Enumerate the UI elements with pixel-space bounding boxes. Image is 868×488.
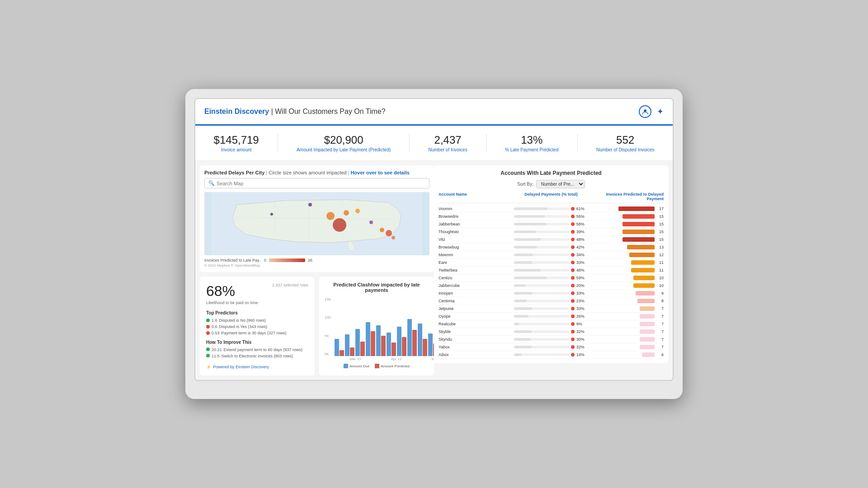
invoice-bar-cell: 11	[590, 268, 664, 272]
bar-pair-6	[387, 333, 396, 356]
map-hover-link[interactable]: Hover over to see details	[351, 170, 410, 175]
table-row: Innojam 33% 9	[439, 290, 664, 297]
invoice-bar	[629, 253, 655, 257]
percent-text: 14%	[576, 352, 588, 357]
percent-dot	[571, 345, 575, 349]
map-search-input[interactable]	[217, 181, 425, 186]
laptop-frame: Einstein Discovery | Will Our Customers …	[185, 89, 683, 399]
invoice-count: 7	[656, 314, 664, 319]
accounts-table-body: Voomm 61% 17 Browsedriv 56% 15 Jabberbea…	[439, 205, 664, 359]
percent-dot	[571, 253, 575, 257]
left-column: Predicted Delays Per City | Circle size …	[200, 165, 434, 375]
add-panel-icon[interactable]: ✦	[657, 107, 664, 117]
map-dot-5	[355, 209, 360, 213]
predictors-title: Top Predictors	[206, 310, 308, 315]
percent-cell: 33%	[514, 306, 588, 311]
legend-box-red	[375, 364, 379, 368]
selected-rows-label: 2,437 selected rows	[272, 283, 308, 287]
map-card-title: Predicted Delays Per City | Circle size …	[204, 170, 429, 175]
screen: Einstein Discovery | Will Our Customers …	[194, 98, 674, 381]
percent-bar-fill	[514, 230, 535, 233]
invoice-bar	[640, 306, 655, 311]
x-labels: Mar 15 Apr 12 May 10	[335, 357, 434, 361]
percent-bar-bg	[514, 307, 569, 310]
invoice-count: 8	[656, 299, 664, 303]
invoice-count: 7	[656, 329, 664, 334]
brand-name: Einstein Discovery	[204, 108, 269, 115]
bar-red-2	[350, 347, 354, 356]
improve-row-2: 11.5 Switch to Electronic invoices (803 …	[206, 354, 308, 358]
predictor-value-3: 0.53	[212, 331, 220, 335]
percent-dot	[571, 314, 575, 318]
improve-row-1: 20.21 Extend payment term to 60 days (93…	[206, 347, 308, 352]
invoice-bar	[640, 329, 655, 334]
legend-label: Invoices Predicted to Late Pay..	[204, 258, 261, 263]
account-name-cell: Eare	[439, 260, 512, 265]
invoice-bar	[642, 352, 655, 357]
percent-dot	[571, 322, 575, 326]
kpi-late-payment-value: $20,900	[297, 134, 391, 146]
sort-select[interactable]: Number of Pre...	[536, 180, 585, 188]
invoice-bar-cell: 7	[590, 345, 664, 349]
bar-red-5	[381, 336, 386, 356]
percent-bar-fill	[514, 277, 547, 279]
bar-pair-2	[345, 334, 354, 356]
map-search-box[interactable]: 🔍	[204, 178, 429, 188]
bar-pair-10	[428, 333, 434, 356]
percent-dot	[571, 222, 575, 226]
percent-bar-bg	[514, 346, 569, 348]
percent-text: 39%	[576, 230, 588, 234]
stats-card: 68% Likelihood to be paid on time 2,437 …	[200, 277, 315, 375]
map-dot-6	[333, 218, 346, 232]
invoice-bar	[633, 283, 655, 288]
y-label-5k: 5K	[325, 334, 331, 338]
invoice-bar-cell: 7	[590, 314, 664, 319]
invoice-count: 9	[656, 291, 664, 296]
invoice-count: 12	[656, 253, 664, 257]
table-row: Oyope 26% 7	[439, 313, 664, 320]
percent-cell: 48%	[514, 237, 588, 242]
percent-dot	[571, 245, 575, 249]
table-row: Yabox 32% 7	[439, 343, 664, 351]
percent-text: 26%	[576, 314, 588, 319]
bar-red-1	[340, 350, 344, 356]
account-name-cell: Jabbercube	[439, 283, 512, 288]
percent-bar-fill	[514, 346, 532, 348]
percent-dot	[571, 207, 575, 211]
account-name-cell: Skyndu	[439, 337, 512, 342]
table-row: Jabbercube 20% 10	[439, 282, 664, 290]
account-name-cell: Yabox	[439, 345, 512, 349]
account-name-cell: Browsebug	[439, 245, 512, 249]
header-icons: ✦	[639, 105, 664, 118]
invoice-bar-cell: 8	[590, 299, 664, 303]
legend-amount-predicted-label: Amount Predicted	[381, 364, 410, 368]
percent-bar-bg	[514, 261, 569, 264]
account-name-cell: Oyope	[439, 314, 512, 319]
bar-blue-6	[387, 333, 391, 356]
bar-pair-3	[355, 329, 365, 356]
percent-cell: 61%	[514, 206, 588, 211]
user-avatar-icon[interactable]	[639, 105, 651, 118]
table-row: Jabberbean 58% 15	[439, 221, 664, 228]
percent-dot	[571, 238, 575, 241]
table-row: Eare 33% 11	[439, 259, 664, 267]
invoice-bar-cell: 13	[590, 245, 664, 249]
bar-blue-1	[335, 339, 339, 356]
legend-amount-due-label: Amount Due	[349, 364, 369, 368]
bar-pair-5	[376, 325, 386, 356]
map-svg	[204, 192, 429, 255]
account-name-cell: Meemm	[439, 253, 512, 257]
map-search-icon: 🔍	[208, 180, 215, 186]
legend-box-blue	[344, 364, 348, 368]
invoice-bar	[637, 299, 655, 303]
col-header-account: Account Name	[439, 192, 512, 201]
percent-text: 32%	[576, 345, 588, 349]
kpi-disputed-value: 552	[596, 134, 654, 146]
cashflow-card: Predicted Clashfow impacted by late paym…	[319, 277, 434, 375]
bar-blue-2	[345, 334, 349, 356]
percent-cell: 42%	[514, 245, 588, 249]
invoice-bar	[623, 214, 655, 219]
predictors-section: Top Predictors 1.6 Disputed is No (960 r…	[206, 310, 308, 335]
percent-dot	[571, 230, 575, 234]
percent-text: 32%	[576, 329, 588, 334]
